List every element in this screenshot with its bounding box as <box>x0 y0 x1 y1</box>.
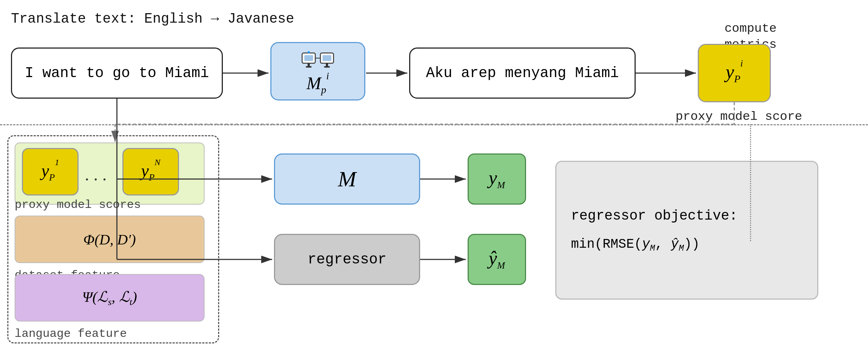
yM-text: yM <box>489 167 505 191</box>
language-feature-text: Ψ(ℒs, ℒt) <box>82 288 137 308</box>
translation-box: Aku arep menyang Miami <box>409 48 636 99</box>
language-feature-label: language feature <box>15 327 127 341</box>
input-text: I want to go to Miami <box>25 65 209 81</box>
regressor-box: regressor <box>274 234 420 285</box>
score-N-text: yPN <box>141 160 160 183</box>
h-divider <box>0 124 868 125</box>
regressor-objective-box: regressor objective: min(RMSE(yM, ŷM)) <box>555 161 818 300</box>
M-model-text: M <box>338 167 356 192</box>
proxy-score-top-box: yPi <box>698 44 771 102</box>
language-feature-box: Ψ(ℒs, ℒt) <box>15 274 205 322</box>
score-N-box: yPN <box>122 148 179 195</box>
proxy-model-score-label: proxy model score <box>675 110 802 123</box>
score-1-box: yP1 <box>22 148 79 195</box>
yhatM-box: ŷM <box>468 234 526 285</box>
svg-rect-7 <box>326 63 328 66</box>
diagram: Translate text: English → Javanese compu… <box>0 0 868 361</box>
regressor-text: regressor <box>308 251 387 268</box>
regressor-objective-title: regressor objective: <box>571 205 738 227</box>
svg-rect-6 <box>323 55 331 61</box>
score-1-text: yP1 <box>41 160 59 183</box>
svg-point-2 <box>308 51 310 53</box>
svg-rect-4 <box>306 66 312 68</box>
M-model-box: M <box>274 153 420 205</box>
dataset-feature-text: Φ(D, D′) <box>83 231 136 248</box>
input-box: I want to go to Miami <box>11 48 223 99</box>
yhatM-text: ŷM <box>489 247 505 271</box>
proxy-scores-label: proxy model scores <box>15 198 141 212</box>
svg-rect-8 <box>324 66 330 68</box>
yM-box: yM <box>468 153 526 205</box>
title: Translate text: English → Javanese <box>11 11 294 27</box>
dots: . . . <box>85 164 107 185</box>
regressor-objective-formula: min(RMSE(yM, ŷM)) <box>571 234 700 256</box>
svg-rect-3 <box>308 63 310 66</box>
proxy-model-label: Mpi <box>307 75 329 95</box>
robot-icon <box>301 48 334 73</box>
svg-rect-1 <box>304 55 313 61</box>
dataset-feature-box: Φ(D, D′) <box>15 216 205 263</box>
v-divider <box>750 124 751 241</box>
proxy-score-top-text: yPi <box>726 61 743 85</box>
proxy-model-box: Mpi <box>270 42 365 100</box>
translation-text: Aku arep menyang Miami <box>426 65 619 81</box>
